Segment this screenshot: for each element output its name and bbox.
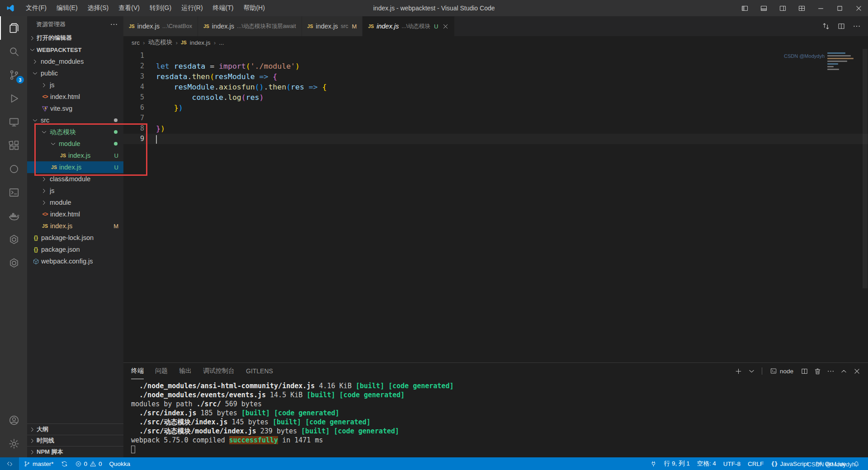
activity-account-icon[interactable] xyxy=(0,409,27,432)
editor-tab-3[interactable]: JSindex.jssrcM xyxy=(302,16,363,36)
tree-item-动态模块[interactable]: 动态模块 xyxy=(27,126,123,138)
editor-tab-1[interactable]: JSindex.js...\CreatBox xyxy=(123,16,198,36)
activity-ai-assistant-1-icon[interactable] xyxy=(0,228,27,251)
new-terminal-icon[interactable] xyxy=(733,365,745,377)
menu-编辑(E)[interactable]: 编辑(E) xyxy=(52,0,83,16)
activity-source-control-icon[interactable]: 3 xyxy=(0,63,27,87)
status-branch[interactable]: master* xyxy=(20,457,57,470)
tree-item-public[interactable]: public xyxy=(27,67,123,79)
breadcrumb-item[interactable]: index.js xyxy=(190,39,211,46)
status-language[interactable]: {}JavaScript xyxy=(767,457,812,470)
menu-运行(R)[interactable]: 运行(R) xyxy=(176,0,208,16)
status-cursor-position[interactable]: 行 9, 列 1 xyxy=(660,457,693,470)
tree-item-vite.svg[interactable]: vite.svg xyxy=(27,103,123,114)
sidebar-section-大纲[interactable]: 大纲 xyxy=(27,423,123,435)
open-editors-section[interactable]: 打开的编辑器 xyxy=(27,32,123,44)
panel-tab-调试控制台[interactable]: 调试控制台 xyxy=(203,363,235,379)
customize-layout-icon[interactable] xyxy=(792,0,811,16)
tree-item-module[interactable]: module xyxy=(27,138,123,150)
editor-scrollbar[interactable] xyxy=(863,49,868,288)
terminal-output[interactable]: ./node_modules/ansi-html-community/index… xyxy=(123,379,868,457)
status-sync[interactable] xyxy=(57,457,71,470)
minimap[interactable] xyxy=(827,52,861,70)
tree-item-index.html[interactable]: <>index.html xyxy=(27,208,123,220)
toggle-secondary-sidebar-icon[interactable] xyxy=(773,0,792,16)
menu-选择(S)[interactable]: 选择(S) xyxy=(83,0,114,16)
editor-more-actions-icon[interactable] xyxy=(850,19,863,33)
panel-tab-GITLENS[interactable]: GITLENS xyxy=(246,363,273,379)
window-controls xyxy=(735,0,868,16)
menu-终端(T)[interactable]: 终端(T) xyxy=(208,0,239,16)
panel-tab-问题[interactable]: 问题 xyxy=(155,363,168,379)
tree-item-package.json[interactable]: {}package.json xyxy=(27,244,123,255)
panel-more-actions-icon[interactable] xyxy=(825,365,836,377)
activity-run-debug-icon[interactable] xyxy=(0,87,27,110)
sidebar-section-时间线[interactable]: 时间线 xyxy=(27,435,123,446)
tree-item-index.js[interactable]: JSindex.jsU xyxy=(27,161,123,173)
modified-dot xyxy=(114,142,118,146)
activity-search-icon[interactable] xyxy=(0,40,27,63)
explorer-more-actions-icon[interactable] xyxy=(110,20,118,28)
status-right: 行 9, 列 1空格: 4UTF-8CRLF{}JavaScriptGo Liv… xyxy=(646,457,868,470)
status-label: UTF-8 xyxy=(723,461,741,467)
tree-item-src[interactable]: src xyxy=(27,114,123,126)
breadcrumb-item[interactable]: src xyxy=(132,39,140,46)
activity-container-tools-icon[interactable] xyxy=(0,181,27,204)
panel-tab-输出[interactable]: 输出 xyxy=(179,363,192,379)
breadcrumb-item[interactable]: 动态模块 xyxy=(148,38,173,47)
tree-item-webpack.config.js[interactable]: webpack.config.js xyxy=(27,255,123,267)
close-tab-icon[interactable] xyxy=(442,23,449,30)
minimize-button[interactable] xyxy=(811,0,830,16)
tree-item-index.js[interactable]: JSindex.jsU xyxy=(27,150,123,161)
tree-item-module[interactable]: module xyxy=(27,197,123,208)
maximize-panel-icon[interactable] xyxy=(838,365,849,377)
tree-item-index.html[interactable]: <>index.html xyxy=(27,91,123,103)
toggle-panel-icon[interactable] xyxy=(754,0,773,16)
editor-tab-4[interactable]: JSindex.js...\动态模块U xyxy=(363,16,455,36)
terminal-dropdown-icon[interactable] xyxy=(746,365,758,377)
menu-转到(G)[interactable]: 转到(G) xyxy=(145,0,176,16)
status-indentation[interactable]: 空格: 4 xyxy=(693,457,720,470)
status-ports[interactable] xyxy=(646,457,660,470)
sidebar-section-NPM 脚本[interactable]: NPM 脚本 xyxy=(27,446,123,457)
tree-item-js[interactable]: js xyxy=(27,79,123,91)
breadcrumb-item[interactable]: ... xyxy=(219,39,224,46)
editor-tab-2[interactable]: JSindex.js...\动态模块和顶层await xyxy=(198,16,302,36)
status-encoding[interactable]: UTF-8 xyxy=(720,457,744,470)
status-eol[interactable]: CRLF xyxy=(744,457,767,470)
maximize-button[interactable] xyxy=(830,0,849,16)
status-remote[interactable] xyxy=(0,457,19,470)
activity-remote-explorer-icon[interactable] xyxy=(0,110,27,134)
tree-item-class&module[interactable]: class&module xyxy=(27,173,123,185)
activity-live-server-icon[interactable] xyxy=(0,157,27,181)
close-button[interactable] xyxy=(849,0,868,16)
menu-查看(V)[interactable]: 查看(V) xyxy=(113,0,145,16)
tree-item-index.js[interactable]: JSindex.jsM xyxy=(27,220,123,232)
terminal-shell-select[interactable]: node xyxy=(766,367,797,375)
toggle-primary-sidebar-icon[interactable] xyxy=(735,0,754,16)
open-editors-label: 打开的编辑器 xyxy=(37,34,72,42)
status-quokka[interactable]: Quokka xyxy=(106,457,134,470)
project-root-section[interactable]: WEBPACKTEST xyxy=(27,44,123,56)
panel-tab-终端[interactable]: 终端 xyxy=(131,363,144,379)
menu-文件(F)[interactable]: 文件(F) xyxy=(21,0,52,16)
error-count: 0 xyxy=(84,461,88,467)
activity-settings-icon[interactable] xyxy=(0,432,27,456)
close-panel-icon[interactable] xyxy=(851,365,863,377)
tree-item-node_modules[interactable]: node_modules xyxy=(27,56,123,67)
status-notifications[interactable] xyxy=(849,457,863,470)
status-problems[interactable]: 00 xyxy=(71,457,106,470)
activity-ai-assistant-2-icon[interactable] xyxy=(0,251,27,275)
menu-帮助(H)[interactable]: 帮助(H) xyxy=(238,0,269,16)
kill-terminal-icon[interactable] xyxy=(811,365,823,377)
code-editor[interactable]: 12let resdata = import('./module')3resda… xyxy=(123,49,868,362)
status-go-live[interactable]: Go Live xyxy=(812,457,849,470)
activity-extensions-icon[interactable] xyxy=(0,134,27,157)
tree-item-js[interactable]: js xyxy=(27,185,123,197)
tree-item-package-lock.json[interactable]: {}package-lock.json xyxy=(27,232,123,244)
activity-docker-icon[interactable] xyxy=(0,204,27,228)
split-terminal-icon[interactable] xyxy=(798,365,810,377)
open-changes-icon[interactable] xyxy=(819,19,833,33)
activity-explorer-icon[interactable] xyxy=(0,16,27,40)
split-editor-icon[interactable] xyxy=(835,19,848,33)
